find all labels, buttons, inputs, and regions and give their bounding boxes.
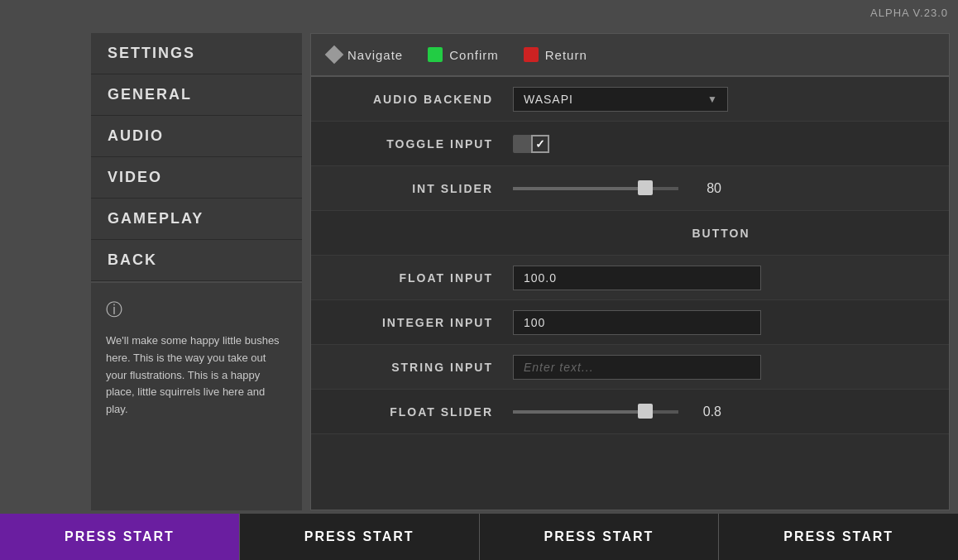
press-start-button-3[interactable]: PRESS START: [480, 514, 720, 560]
sidebar-item-settings[interactable]: SETTINGS: [91, 33, 302, 74]
float-input-control: 100.0: [513, 266, 929, 290]
string-input-placeholder: Enter text...: [524, 361, 594, 374]
navigate-label: Navigate: [347, 48, 403, 62]
info-box: ⓘ We'll make some happy little bushes he…: [91, 283, 302, 510]
audio-backend-row: AUDIO BACKEND WASAPI ▼: [311, 77, 949, 122]
press-start-button-1[interactable]: PRESS START: [0, 514, 240, 560]
integer-input-label: INTEGER INPUT: [331, 316, 513, 329]
float-slider-thumb[interactable]: [638, 404, 653, 419]
content-panel: Navigate Confirm Return AUDIO BACKEND WA…: [310, 33, 950, 510]
float-input-row: FLOAT INPUT 100.0: [311, 256, 949, 300]
nav-bar: Navigate Confirm Return: [311, 34, 949, 77]
float-input-field[interactable]: 100.0: [513, 266, 761, 290]
navigate-button[interactable]: Navigate: [328, 48, 403, 62]
string-input-field[interactable]: Enter text...: [513, 355, 761, 380]
toggle-track[interactable]: ✓: [513, 135, 549, 153]
float-slider-control: 0.8: [513, 404, 929, 419]
confirm-button[interactable]: Confirm: [428, 47, 499, 62]
sidebar-item-general[interactable]: GENERAL: [91, 74, 302, 116]
sidebar-item-video[interactable]: VIDEO: [91, 157, 302, 199]
float-slider-wrapper: 0.8: [513, 404, 929, 419]
info-icon: ⓘ: [106, 296, 287, 323]
audio-backend-dropdown[interactable]: WASAPI ▼: [513, 87, 728, 112]
int-slider-row: INT SLIDER 80: [311, 166, 949, 211]
toggle-input-row: TOGGLE INPUT ✓: [311, 122, 949, 166]
float-slider-label: FLOAT SLIDER: [331, 405, 513, 419]
toggle-input-control: ✓: [513, 135, 929, 153]
float-input-label: FLOAT INPUT: [331, 271, 513, 285]
toggle-input-label: TOGGLE INPUT: [331, 137, 513, 151]
sidebar-item-back[interactable]: BACK: [91, 240, 302, 281]
version-label: ALPHA V.23.0: [870, 7, 948, 19]
int-slider-value: 80: [688, 181, 721, 196]
confirm-label: Confirm: [449, 48, 499, 62]
integer-input-control: 100: [513, 310, 929, 335]
audio-backend-value: WASAPI: [524, 93, 707, 106]
audio-backend-control: WASAPI ▼: [513, 87, 929, 112]
button-label: BUTTON: [692, 227, 750, 240]
diamond-icon: [325, 45, 344, 65]
audio-backend-label: AUDIO BACKEND: [331, 93, 513, 106]
float-slider-value: 0.8: [688, 404, 721, 419]
return-button[interactable]: Return: [524, 47, 587, 62]
toggle-thumb: ✓: [531, 135, 549, 153]
integer-input-value: 100: [524, 316, 545, 329]
checkmark-icon: ✓: [535, 137, 545, 151]
float-slider-track[interactable]: [513, 410, 678, 414]
int-slider-thumb[interactable]: [638, 180, 653, 195]
settings-rows: AUDIO BACKEND WASAPI ▼ TOGGLE INPUT ✓: [311, 77, 949, 510]
int-slider-track[interactable]: [513, 187, 678, 190]
info-text: We'll make some happy little bushes here…: [106, 334, 280, 415]
int-slider-label: INT SLIDER: [331, 182, 513, 195]
dropdown-arrow-icon: ▼: [707, 93, 717, 105]
main-container: SETTINGS GENERAL AUDIO VIDEO GAMEPLAY BA…: [91, 33, 950, 510]
button-row-control: BUTTON: [513, 227, 929, 240]
float-input-value: 100.0: [524, 271, 557, 285]
int-slider-control: 80: [513, 181, 929, 196]
press-start-button-2[interactable]: PRESS START: [240, 514, 480, 560]
bottom-bar: PRESS START PRESS START PRESS START PRES…: [0, 514, 958, 560]
float-slider-row: FLOAT SLIDER 0.8: [311, 390, 949, 434]
sidebar: SETTINGS GENERAL AUDIO VIDEO GAMEPLAY BA…: [91, 33, 302, 510]
float-slider-fill: [513, 410, 645, 414]
string-input-control: Enter text...: [513, 355, 929, 380]
red-icon: [524, 47, 539, 62]
int-slider-fill: [513, 187, 645, 190]
integer-input-row: INTEGER INPUT 100: [311, 300, 949, 345]
sidebar-item-gameplay[interactable]: GAMEPLAY: [91, 199, 302, 240]
green-icon: [428, 47, 443, 62]
press-start-button-4[interactable]: PRESS START: [719, 514, 958, 560]
return-label: Return: [545, 48, 587, 62]
int-slider-wrapper: 80: [513, 181, 929, 196]
sidebar-item-audio[interactable]: AUDIO: [91, 116, 302, 157]
string-input-row: STRING INPUT Enter text...: [311, 345, 949, 390]
button-row: BUTTON: [311, 211, 949, 256]
integer-input-field[interactable]: 100: [513, 310, 761, 335]
string-input-label: STRING INPUT: [331, 361, 513, 374]
